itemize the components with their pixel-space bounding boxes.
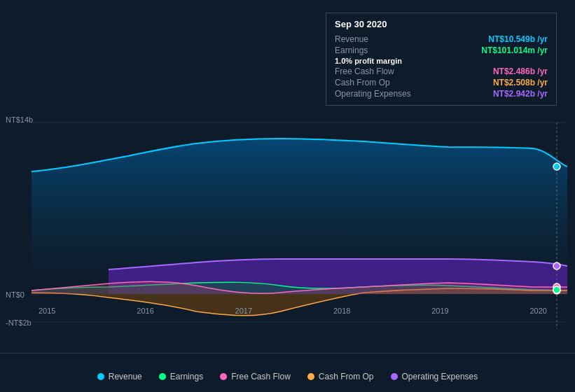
x-label-2016: 2016	[137, 307, 153, 315]
tooltip-row-revenue: Revenue NT$10.549b /yr	[335, 34, 548, 45]
svg-point-4	[553, 163, 560, 170]
tooltip-label-earnings: Earnings	[335, 46, 419, 55]
tooltip-panel: Sep 30 2020 Revenue NT$10.549b /yr Earni…	[326, 13, 557, 106]
tooltip-date: Sep 30 2020	[335, 19, 548, 29]
legend-item-fcf[interactable]: Free Cash Flow	[220, 372, 291, 382]
tooltip-value-opex: NT$2.942b /yr	[493, 89, 548, 99]
legend-label-earnings: Earnings	[170, 372, 203, 382]
x-label-2017: 2017	[235, 307, 252, 315]
legend-dot-fcf	[220, 373, 227, 380]
legend-dot-cashop	[307, 373, 314, 380]
chart-legend: Revenue Earnings Free Cash Flow Cash Fro…	[0, 372, 575, 382]
x-label-2020: 2020	[529, 307, 546, 315]
legend-label-revenue: Revenue	[109, 372, 142, 382]
tooltip-sub-earnings: 1.0% profit margin	[335, 57, 402, 65]
legend-dot-opex	[391, 373, 398, 380]
tooltip-row-earnings: Earnings NT$101.014m /yr 1.0% profit mar…	[335, 45, 548, 66]
tooltip-value-cashop: NT$2.508b /yr	[493, 78, 548, 88]
x-label-2015: 2015	[39, 307, 55, 315]
tooltip-row-opex: Operating Expenses NT$2.942b /yr	[335, 88, 548, 99]
x-axis-labels: 2015 2016 2017 2018 2019 2020	[0, 307, 575, 315]
legend-dot-revenue	[97, 373, 104, 380]
tooltip-label-cashop: Cash From Op	[335, 78, 419, 88]
y-label-0: NT$0	[6, 290, 25, 299]
chart-divider	[0, 353, 575, 354]
x-label-2018: 2018	[333, 307, 350, 315]
legend-label-opex: Operating Expenses	[402, 372, 478, 382]
legend-label-cashop: Cash From Op	[319, 372, 374, 382]
legend-item-opex[interactable]: Operating Expenses	[391, 372, 478, 382]
tooltip-row-cashop: Cash From Op NT$2.508b /yr	[335, 77, 548, 88]
tooltip-value-fcf: NT$2.486b /yr	[493, 66, 548, 76]
y-label-neg2b: -NT$2b	[6, 318, 32, 327]
tooltip-label-fcf: Free Cash Flow	[335, 66, 419, 76]
svg-point-5	[553, 262, 560, 270]
tooltip-value-earnings: NT$101.014m /yr	[481, 46, 548, 55]
tooltip-row-fcf: Free Cash Flow NT$2.486b /yr	[335, 66, 548, 77]
legend-label-fcf: Free Cash Flow	[231, 372, 291, 382]
tooltip-label-opex: Operating Expenses	[335, 89, 419, 99]
svg-point-8	[553, 286, 560, 293]
legend-item-earnings[interactable]: Earnings	[159, 372, 203, 382]
x-label-2019: 2019	[431, 307, 448, 315]
legend-item-revenue[interactable]: Revenue	[97, 372, 142, 382]
y-label-14b: NT$14b	[6, 115, 33, 124]
legend-dot-earnings	[159, 373, 166, 380]
tooltip-label-revenue: Revenue	[335, 34, 419, 44]
tooltip-value-revenue: NT$10.549b /yr	[488, 34, 548, 44]
legend-item-cashop[interactable]: Cash From Op	[307, 372, 374, 382]
